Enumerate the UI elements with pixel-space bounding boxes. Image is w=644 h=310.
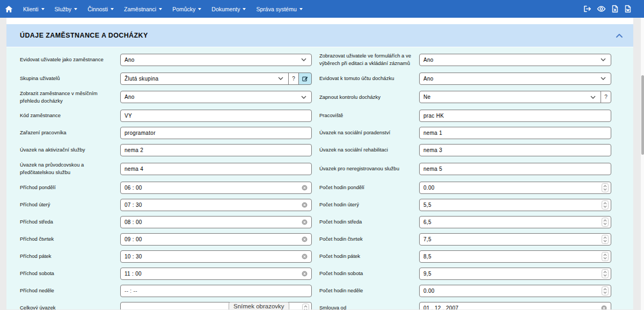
prichod-utery-input[interactable]: 07 : 30 (120, 199, 312, 211)
nav-item-zam-stnanci[interactable]: Zaměstnanci (124, 6, 162, 12)
edit-button[interactable] (298, 73, 312, 85)
file-word-icon[interactable] (624, 5, 632, 13)
nav-item-spr-va-syst-mu[interactable]: Správa systému (256, 6, 302, 12)
home-icon[interactable] (5, 5, 13, 13)
stepper-icon (602, 286, 609, 295)
chevron-down-icon (301, 95, 306, 99)
form-row: Úvazek na průvodcovskou a předčitatelsko… (20, 161, 633, 177)
clear-icon[interactable] (302, 271, 308, 277)
nav-item-pom-cky[interactable]: Pomůcky (172, 6, 201, 12)
caret-down-icon (159, 8, 162, 10)
zobrazit-zamestnance-v-mesicnim-prehledu-select[interactable]: Ano (120, 91, 312, 103)
prichod-streda-input[interactable]: 08 : 00 (120, 216, 312, 228)
uvazek-na-socialni-poradenstvi-input[interactable]: nema 1 (419, 127, 611, 139)
nav-item--innosti[interactable]: Činnosti (87, 6, 114, 12)
form-row: Úvazek na aktivizační službynema 2Úvazek… (20, 144, 633, 156)
prichod-nedele-value: -- : -- (125, 288, 137, 294)
number-stepper[interactable] (602, 183, 609, 192)
pocet-hodin-patek-input[interactable]: 8,5 (419, 250, 611, 263)
clear-icon[interactable] (302, 236, 308, 242)
uvazek-na-socialni-rehabilitaci-label: Úvazek na sociální rehabilitaci (319, 146, 419, 154)
collapse-panel-button[interactable] (614, 32, 624, 39)
caret-down-icon (74, 8, 77, 10)
pocet-hodin-nedele-input[interactable]: 0.00 (419, 285, 611, 297)
skupina-uzivatelu-select[interactable]: Žlutá skupina (120, 73, 289, 85)
smlouva-od-input[interactable]: 01 . 12 . 2007 (419, 302, 611, 310)
uvazek-na-socialni-poradenstvi-value: nema 1 (423, 130, 442, 136)
pocet-hodin-streda-label: Počet hodin středa (319, 218, 419, 226)
nav-item-klienti[interactable]: Klienti (23, 6, 45, 12)
number-stepper[interactable] (602, 218, 609, 227)
number-stepper[interactable] (602, 269, 609, 278)
evidovat-uzivatele-jako-zamestnance-select[interactable]: Ano (120, 54, 312, 66)
prichod-pondeli-input[interactable]: 06 : 00 (120, 182, 312, 194)
zarazeni-pracovnika-value: programator (125, 130, 156, 136)
prichod-patek-value: 10 : 30 (125, 254, 142, 259)
clear-icon[interactable] (302, 219, 308, 225)
help-button[interactable]: ? (288, 73, 299, 85)
nav-item-label: Pomůcky (172, 6, 195, 12)
pracoviste-label: Pracoviště (319, 112, 419, 119)
zarazeni-pracovnika-input[interactable]: programator (120, 127, 312, 139)
nav-item-slu-by[interactable]: Služby (55, 6, 78, 12)
pocet-hodin-pondeli-input[interactable]: 0.00 (419, 182, 611, 194)
clear-icon[interactable] (302, 202, 308, 208)
skupina-uzivatelu-group: Žlutá skupina? (120, 73, 312, 85)
uvazek-na-socialni-poradenstvi-label: Úvazek na sociální poradenství (319, 129, 419, 136)
evidovat-uzivatele-jako-zamestnance-value: Ano (125, 57, 135, 63)
file-excel-icon[interactable] (611, 5, 619, 13)
prichod-streda-label: Příchod středa (20, 218, 120, 226)
number-stepper[interactable] (602, 200, 609, 210)
number-stepper[interactable] (602, 235, 609, 244)
pocet-hodin-ctvrtek-input[interactable]: 7,5 (419, 233, 611, 246)
page-gap (6, 18, 633, 24)
prichod-nedele-input[interactable]: -- : -- (120, 285, 312, 297)
form-row: Celkový úvazekSnímek obrazovkySmlouva od… (20, 302, 633, 310)
stepper-icon (602, 235, 609, 244)
scrollbar-track[interactable] (641, 18, 644, 310)
pocet-hodin-patek-label: Počet hodin pátek (319, 253, 419, 260)
prichod-patek-label: Příchod pátek (20, 253, 120, 260)
zobrazovat-uzivatele-ve-formularich-select[interactable]: Ano (419, 54, 611, 66)
stepper-icon (602, 269, 609, 278)
uvazek-na-socialni-rehabilitaci-input[interactable]: nema 3 (419, 144, 611, 156)
chevron-down-icon (601, 76, 606, 81)
kod-zamestnance-input[interactable]: VY (120, 110, 312, 122)
pracoviste-value: prac HK (423, 113, 444, 119)
chevron-down-icon (301, 57, 306, 62)
prichod-pondeli-value: 06 : 00 (125, 185, 142, 191)
form-row: Příchod čtvrtek09 : 00Počet hodin čtvrte… (20, 233, 633, 246)
pocet-hodin-streda-input[interactable]: 6,5 (419, 216, 611, 228)
zapnout-kontrolu-dochazky-select[interactable]: Ne (419, 91, 601, 103)
pocet-hodin-utery-input[interactable]: 5,5 (419, 199, 611, 211)
logout-icon[interactable] (583, 5, 591, 13)
form-row: Zobrazit zaměstnance v měsíčním přehledu… (20, 90, 633, 105)
scrollbar-thumb[interactable] (641, 75, 644, 155)
number-stepper[interactable] (302, 304, 309, 310)
pracoviste-input[interactable]: prac HK (419, 110, 611, 122)
nav-item-label: Klienti (23, 6, 39, 12)
pocet-hodin-sobota-value: 9,5 (423, 271, 431, 277)
uvazek-pro-neregistrovanou-sluzbu-value: nema 5 (423, 166, 442, 172)
skupina-uzivatelu-label: Skupina uživatelů (20, 75, 120, 82)
prichod-ctvrtek-input[interactable]: 09 : 00 (120, 233, 312, 246)
employee-form: Evidovat uživatele jako zaměstnanceAnoZo… (20, 52, 633, 309)
uvazek-na-aktivizacni-sluzby-input[interactable]: nema 2 (120, 144, 312, 156)
pocet-hodin-sobota-input[interactable]: 9,5 (419, 268, 611, 280)
uvazek-na-pruvodcovskou-sluzbu-input[interactable]: nema 4 (120, 163, 312, 175)
number-stepper[interactable] (602, 286, 609, 295)
clear-icon[interactable] (601, 305, 607, 310)
caret-down-icon (111, 8, 114, 10)
prichod-sobota-input[interactable]: 11 : 00 (120, 268, 312, 280)
eye-icon[interactable] (597, 5, 606, 13)
kod-zamestnance-value: VY (125, 113, 132, 119)
help-button[interactable]: ? (601, 91, 611, 103)
number-stepper[interactable] (602, 252, 609, 261)
clear-icon[interactable] (302, 185, 308, 191)
prichod-patek-input[interactable]: 10 : 30 (120, 250, 312, 263)
nav-item-dokumenty[interactable]: Dokumenty (211, 6, 246, 12)
uvazek-pro-neregistrovanou-sluzbu-input[interactable]: nema 5 (419, 163, 611, 175)
clear-icon[interactable] (302, 254, 308, 259)
evidovat-k-tomuto-uctu-dochazku-select[interactable]: Ano (419, 73, 611, 85)
screenshot-tooltip: Snímek obrazovky (229, 302, 289, 310)
